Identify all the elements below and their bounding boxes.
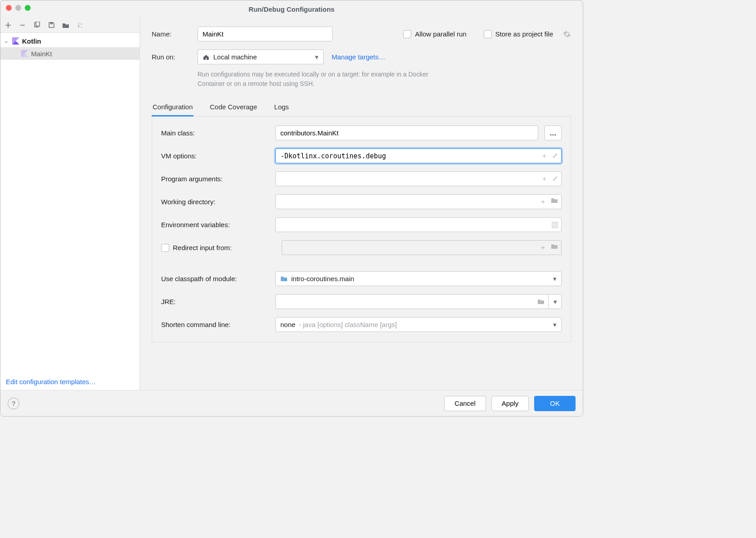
chevron-down-icon: ▾ — [553, 275, 557, 283]
env-vars-input[interactable] — [275, 217, 562, 232]
folder-icon[interactable] — [551, 197, 558, 206]
shorten-select[interactable]: none - java [options] className [args] ▾ — [275, 317, 562, 332]
tree-node-label: Kotlin — [22, 37, 41, 45]
folder-icon[interactable] — [62, 21, 70, 29]
jre-input[interactable] — [275, 294, 562, 309]
dialog-window: Run/Debug Configurations az ⌄ Kotlin — [0, 0, 583, 417]
copy-icon[interactable] — [33, 21, 41, 29]
apply-button[interactable]: Apply — [491, 396, 529, 411]
expand-icon[interactable]: ⤢ — [552, 152, 558, 160]
add-icon[interactable]: ＋ — [540, 243, 546, 252]
titlebar: Run/Debug Configurations — [0, 0, 583, 18]
redirect-input-field — [282, 240, 562, 255]
svg-rect-2 — [50, 22, 53, 24]
add-icon[interactable]: ＋ — [541, 175, 548, 183]
chevron-down-icon: ▾ — [315, 53, 319, 61]
tabs: Configuration Code Coverage Logs — [152, 99, 571, 117]
jre-label: JRE: — [161, 298, 269, 305]
shorten-hint: - java [options] className [args] — [299, 321, 397, 328]
svg-text:a: a — [81, 22, 82, 25]
module-icon — [280, 276, 288, 282]
redirect-input-label: Redirect input from: — [173, 244, 232, 251]
folder-icon[interactable] — [537, 299, 544, 305]
chevron-down-icon: ▾ — [553, 321, 557, 329]
svg-rect-10 — [284, 279, 287, 281]
home-icon — [202, 54, 210, 60]
edit-templates-link[interactable]: Edit configuration templates… — [6, 378, 96, 386]
shorten-value: none — [280, 321, 295, 328]
program-args-label: Program arguments: — [161, 175, 269, 183]
main-panel: Name: Allow parallel run Store as projec… — [140, 18, 583, 390]
browse-main-class-button[interactable]: … — [544, 126, 562, 140]
module-value: intro-coroutines.main — [291, 275, 354, 282]
manage-targets-link[interactable]: Manage targets… — [332, 53, 385, 61]
redirect-input-checkbox[interactable]: Redirect input from: — [161, 244, 275, 252]
module-select[interactable]: intro-coroutines.main ▾ — [275, 271, 562, 286]
kotlin-icon — [21, 50, 28, 57]
sidebar: az ⌄ Kotlin MainKt Edit configuration te… — [0, 18, 140, 390]
module-label: Use classpath of module: — [161, 275, 269, 282]
gear-icon[interactable] — [563, 30, 571, 38]
tab-code-coverage[interactable]: Code Coverage — [209, 99, 258, 116]
store-project-checkbox[interactable]: Store as project file — [484, 30, 553, 38]
add-icon[interactable] — [4, 21, 12, 29]
expand-icon[interactable]: ⤢ — [552, 175, 558, 183]
dialog-title: Run/Debug Configurations — [249, 5, 335, 13]
tab-logs[interactable]: Logs — [273, 99, 290, 116]
env-vars-label: Environment variables: — [161, 221, 269, 229]
sidebar-toolbar: az — [0, 18, 140, 33]
remove-icon[interactable] — [18, 21, 27, 29]
minimize-icon[interactable] — [15, 5, 21, 11]
tree-node-label: MainKt — [31, 50, 52, 58]
close-icon[interactable] — [6, 5, 12, 11]
store-project-label: Store as project file — [495, 30, 553, 38]
list-icon[interactable] — [552, 222, 558, 228]
cancel-button[interactable]: Cancel — [444, 396, 486, 411]
zoom-icon[interactable] — [25, 5, 31, 11]
window-controls — [6, 5, 31, 11]
main-class-input[interactable] — [275, 126, 538, 140]
vm-options-label: VM options: — [161, 152, 269, 160]
save-icon[interactable] — [47, 21, 55, 29]
tree-node-kotlin[interactable]: ⌄ Kotlin — [0, 35, 140, 47]
name-input[interactable] — [198, 27, 333, 41]
add-icon[interactable]: ＋ — [541, 152, 548, 160]
tab-configuration[interactable]: Configuration — [152, 99, 194, 117]
main-class-label: Main class: — [161, 129, 269, 137]
config-tree: ⌄ Kotlin MainKt — [0, 33, 140, 373]
svg-rect-1 — [36, 22, 40, 26]
program-args-input[interactable] — [275, 171, 562, 186]
name-label: Name: — [152, 30, 189, 38]
working-dir-label: Working directory: — [161, 198, 269, 206]
run-on-hint: Run configurations may be executed local… — [198, 70, 450, 89]
vm-options-input[interactable] — [275, 148, 562, 163]
folder-icon[interactable] — [551, 243, 558, 252]
run-on-label: Run on: — [152, 53, 189, 61]
run-on-value: Local machine — [213, 53, 257, 61]
help-button[interactable]: ? — [8, 398, 19, 409]
allow-parallel-checkbox[interactable]: Allow parallel run — [403, 30, 466, 38]
sort-icon[interactable]: az — [76, 21, 84, 29]
working-dir-input[interactable] — [275, 194, 562, 209]
button-bar: ? Cancel Apply OK — [0, 390, 583, 416]
run-on-select[interactable]: Local machine ▾ — [198, 49, 324, 64]
svg-text:z: z — [81, 25, 82, 28]
tree-node-mainkt[interactable]: MainKt — [0, 47, 140, 60]
kotlin-icon — [12, 37, 19, 45]
add-icon[interactable]: ＋ — [540, 197, 546, 206]
jre-dropdown-button[interactable]: ▾ — [548, 294, 562, 309]
ok-button[interactable]: OK — [534, 396, 576, 411]
shorten-label: Shorten command line: — [161, 321, 269, 328]
configuration-panel: Main class: … VM options: ＋ ⤢ — [152, 117, 571, 342]
chevron-down-icon: ⌄ — [4, 38, 9, 44]
allow-parallel-label: Allow parallel run — [415, 30, 466, 38]
